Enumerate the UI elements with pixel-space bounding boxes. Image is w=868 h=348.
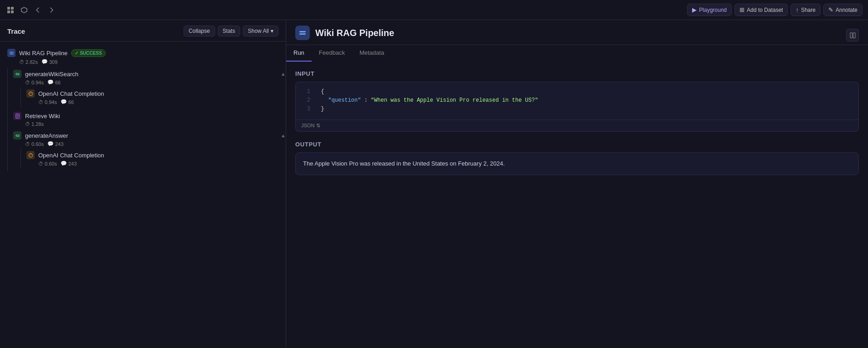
chat-icon-2 [26, 151, 35, 159]
trace-actions: Collapse Stats Show All ▾ [184, 26, 278, 36]
list-item: OpenAI Chat Completion ⏱ 0.94s 💬 66 [26, 87, 286, 107]
grid-icon[interactable] [5, 5, 15, 15]
time-stat: ⏱ 1.28s [25, 121, 44, 127]
playground-label: Playground [699, 7, 727, 13]
collapse-toggle-icon-2[interactable]: ▲ [281, 133, 286, 138]
token-stat: 💬 66 [61, 99, 74, 105]
svg-rect-2 [7, 10, 10, 13]
code-line-1: 1 { [303, 88, 851, 96]
back-icon[interactable] [33, 5, 43, 15]
svg-rect-4 [9, 52, 13, 52]
main-content: Trace Collapse Stats Show All ▾ [0, 20, 868, 348]
collapse-button[interactable]: Collapse [184, 26, 215, 36]
detail-pipeline-icon [295, 26, 310, 40]
clock-icon: ⏱ [25, 121, 30, 127]
generatewikisearch-name: generateWikiSearch [25, 71, 78, 78]
share-button[interactable]: ↑ Share [791, 4, 821, 16]
topbar-left [5, 5, 683, 15]
topbar-right: ▶ Playground ⊞ Add to Dataset ↑ Share ✎ … [687, 4, 863, 16]
tab-feedback[interactable]: Feedback [312, 46, 352, 62]
output-text: The Apple Vision Pro was released in the… [303, 160, 505, 167]
token-icon: 💬 [47, 79, 54, 85]
code-area: 1 { 2 "question" : "When was the Apple V… [296, 82, 858, 119]
sub-item-main: OpenAI Chat Completion [26, 89, 286, 98]
pipeline-root-item: Wiki RAG Pipeline ✓ SUCCESS ⏱ 2.82s 💬 30… [0, 46, 286, 68]
sub-items: generateWikiSearch ▲ ⏱ 0.94s 💬 66 [7, 68, 286, 171]
svg-point-6 [29, 92, 32, 95]
show-all-label: Show All [248, 28, 269, 34]
token-stat: 💬 309 [41, 59, 57, 65]
trace-content: Wiki RAG Pipeline ✓ SUCCESS ⏱ 2.82s 💬 30… [0, 42, 286, 348]
add-dataset-label: Add to Dataset [747, 7, 783, 13]
doc-icon [13, 112, 21, 120]
retrieve-wiki-stats: ⏱ 1.28s [25, 121, 286, 127]
clock-icon: ⏱ [19, 59, 24, 65]
list-item: OpenAI Chat Completion ⏱ 0.60s 💬 243 [26, 149, 286, 169]
format-label: JSON [301, 123, 314, 128]
forward-icon[interactable] [46, 5, 56, 15]
expand-icon[interactable] [19, 5, 29, 15]
add-dataset-button[interactable]: ⊞ Add to Dataset [734, 4, 788, 16]
clock-icon: ⏱ [25, 80, 30, 85]
annotate-button[interactable]: ✎ Annotate [823, 4, 863, 16]
svg-point-11 [29, 153, 32, 157]
generatewikisearch-stats: ⏱ 0.94s 💬 66 [25, 79, 286, 85]
sub-item-main: generateAnswer ▲ [13, 131, 286, 140]
svg-rect-3 [11, 10, 14, 13]
play-icon: ▶ [692, 6, 697, 13]
list-item: Retrieve Wiki ⏱ 1.28s [13, 109, 286, 129]
topbar: ▶ Playground ⊞ Add to Dataset ↑ Share ✎ … [0, 0, 868, 20]
svg-rect-12 [299, 31, 306, 32]
split-view-button[interactable] [846, 29, 859, 42]
stats-button[interactable]: Stats [218, 26, 240, 36]
token-value: 243 [55, 141, 63, 147]
status-text: SUCCESS [80, 51, 102, 56]
share-label: Share [801, 7, 816, 13]
input-section-title: Input [295, 70, 859, 77]
time-value: 0.60s [31, 141, 44, 147]
sub-item-main: Retrieve Wiki [13, 112, 286, 120]
detail-content: Input 1 { 2 "question" : "When was the A… [286, 61, 868, 348]
line-number: 3 [303, 105, 310, 114]
edit-icon: ✎ [828, 6, 833, 13]
success-badge: ✓ SUCCESS [71, 49, 105, 57]
token-icon: 💬 [61, 99, 67, 105]
show-all-button[interactable]: Show All ▾ [243, 26, 278, 36]
time-value: 0.60s [45, 161, 57, 166]
sub-item-main: generateWikiSearch ▲ [13, 70, 286, 78]
svg-rect-13 [299, 33, 306, 35]
code-line-2: 2 "question" : "When was the Apple Visio… [303, 96, 851, 105]
time-stat: ⏱ 2.82s [19, 59, 38, 65]
svg-rect-15 [853, 32, 855, 37]
openai-chat-stats-2: ⏱ 0.60s 💬 243 [38, 161, 286, 166]
time-stat: ⏱ 0.94s [25, 80, 44, 85]
time-value: 2.82s [26, 59, 38, 65]
nested-items-2: OpenAI Chat Completion ⏱ 0.60s 💬 243 [21, 149, 286, 169]
time-value: 0.94s [31, 80, 44, 85]
generateanswer-stats: ⏱ 0.60s 💬 243 [25, 141, 286, 147]
trace-header: Trace Collapse Stats Show All ▾ [0, 20, 286, 42]
output-section-title: Output [295, 141, 859, 148]
tab-run[interactable]: Run [286, 46, 312, 62]
token-value: 309 [49, 59, 57, 65]
code-format-selector[interactable]: JSON ⇅ [296, 119, 858, 131]
playground-button[interactable]: ▶ Playground [687, 4, 732, 16]
input-code-block: 1 { 2 "question" : "When was the Apple V… [295, 82, 859, 132]
check-icon: ✓ [75, 51, 78, 56]
retrieve-wiki-name: Retrieve Wiki [25, 113, 60, 119]
dataset-icon: ⊞ [740, 6, 745, 13]
token-icon: 💬 [47, 141, 54, 147]
line-number: 2 [303, 96, 310, 105]
answer-chain-icon [13, 131, 21, 140]
tab-metadata[interactable]: Metadata [352, 46, 391, 62]
header-actions [846, 29, 859, 42]
collapse-toggle-icon[interactable]: ▲ [281, 71, 286, 77]
chat-icon [26, 89, 35, 98]
openai-chat-name-1: OpenAI Chat Completion [38, 90, 104, 97]
openai-chat-name-2: OpenAI Chat Completion [38, 152, 104, 159]
token-icon: 💬 [41, 59, 48, 65]
svg-rect-1 [11, 7, 14, 10]
nested-items: OpenAI Chat Completion ⏱ 0.94s 💬 66 [21, 87, 286, 107]
time-value: 1.28s [31, 121, 44, 127]
detail-header-left: Wiki RAG Pipeline [295, 26, 842, 45]
